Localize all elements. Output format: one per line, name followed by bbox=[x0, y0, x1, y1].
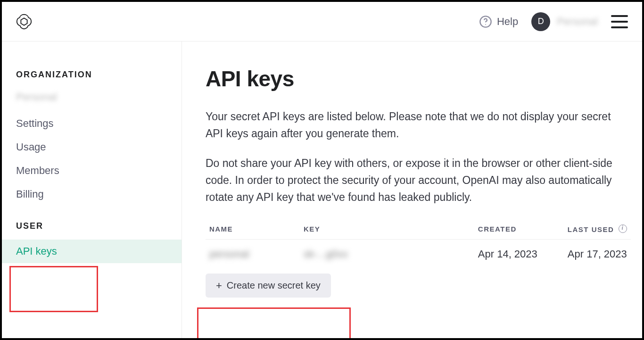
cell-last-used: Apr 17, 2023 bbox=[564, 240, 631, 271]
header: Help D Personal bbox=[2, 2, 642, 41]
menu-icon[interactable] bbox=[611, 15, 628, 28]
api-keys-table: NAME KEY CREATED LAST USED personal sk-.… bbox=[206, 219, 631, 271]
create-secret-key-button[interactable]: + Create new secret key bbox=[206, 274, 331, 298]
sidebar-item-billing[interactable]: Billing bbox=[2, 182, 182, 206]
annotation-highlight-user bbox=[9, 266, 98, 312]
col-created: CREATED bbox=[474, 219, 564, 240]
account-name[interactable]: Personal bbox=[557, 16, 598, 28]
help-label: Help bbox=[497, 16, 518, 28]
info-icon[interactable] bbox=[619, 224, 627, 233]
create-secret-key-label: Create new secret key bbox=[227, 280, 321, 291]
col-key: KEY bbox=[300, 219, 474, 240]
intro-paragraph-1: Your secret API keys are listed below. P… bbox=[206, 108, 620, 142]
openai-logo-icon bbox=[15, 13, 33, 31]
table-row: personal sk-...g0xx Apr 14, 2023 Apr 17,… bbox=[206, 240, 631, 271]
help-icon bbox=[479, 15, 492, 28]
main-content: API keys Your secret API keys are listed… bbox=[182, 41, 642, 338]
col-last-used: LAST USED bbox=[564, 219, 631, 240]
sidebar-heading-user: USER bbox=[2, 221, 182, 231]
intro-paragraph-2: Do not share your API key with others, o… bbox=[206, 155, 620, 206]
sidebar-item-api-keys[interactable]: API keys bbox=[2, 240, 182, 263]
cell-created: Apr 14, 2023 bbox=[474, 240, 564, 271]
sidebar-item-usage[interactable]: Usage bbox=[2, 135, 182, 159]
annotation-highlight-create bbox=[197, 307, 351, 338]
avatar-initial: D bbox=[538, 17, 544, 26]
page-title: API keys bbox=[206, 66, 631, 91]
cell-name: personal bbox=[206, 240, 300, 271]
sidebar: ORGANIZATION Personal Settings Usage Mem… bbox=[2, 41, 182, 338]
help-link[interactable]: Help bbox=[479, 15, 518, 28]
organization-name: Personal bbox=[16, 91, 57, 103]
sidebar-item-settings[interactable]: Settings bbox=[2, 112, 182, 135]
svg-point-1 bbox=[485, 24, 486, 25]
sidebar-item-members[interactable]: Members bbox=[2, 159, 182, 182]
col-name: NAME bbox=[206, 219, 300, 240]
plus-icon: + bbox=[216, 281, 222, 291]
avatar[interactable]: D bbox=[531, 12, 550, 31]
organization-selector[interactable]: Personal bbox=[2, 88, 182, 112]
cell-key: sk-...g0xx bbox=[300, 240, 474, 271]
sidebar-heading-organization: ORGANIZATION bbox=[2, 70, 182, 80]
